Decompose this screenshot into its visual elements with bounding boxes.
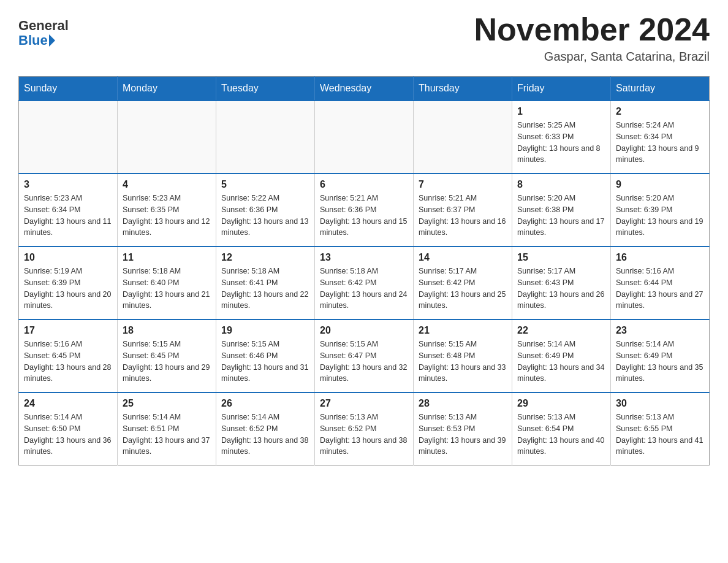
logo-arrow-icon	[49, 34, 55, 47]
calendar-cell	[118, 101, 216, 174]
calendar-cell	[315, 101, 414, 174]
header-day-friday: Friday	[512, 77, 611, 101]
day-number: 15	[517, 252, 605, 263]
day-info: Sunrise: 5:23 AMSunset: 6:34 PMDaylight:…	[24, 193, 112, 239]
page-header: General Blue November 2024 Gaspar, Santa…	[18, 12, 710, 64]
day-number: 13	[320, 252, 408, 263]
day-number: 12	[221, 252, 309, 263]
day-info: Sunrise: 5:16 AMSunset: 6:45 PMDaylight:…	[24, 339, 112, 385]
calendar-body: 1Sunrise: 5:25 AMSunset: 6:33 PMDaylight…	[19, 101, 710, 465]
calendar-cell: 7Sunrise: 5:21 AMSunset: 6:37 PMDaylight…	[414, 174, 512, 247]
day-number: 11	[123, 252, 211, 263]
day-number: 5	[221, 179, 309, 190]
calendar-cell: 19Sunrise: 5:15 AMSunset: 6:46 PMDayligh…	[216, 320, 315, 393]
calendar-table: SundayMondayTuesdayWednesdayThursdayFrid…	[18, 76, 710, 465]
calendar-cell: 22Sunrise: 5:14 AMSunset: 6:49 PMDayligh…	[512, 320, 611, 393]
calendar-cell: 20Sunrise: 5:15 AMSunset: 6:47 PMDayligh…	[315, 320, 414, 393]
calendar-cell: 26Sunrise: 5:14 AMSunset: 6:52 PMDayligh…	[216, 393, 315, 465]
day-info: Sunrise: 5:20 AMSunset: 6:38 PMDaylight:…	[517, 193, 605, 239]
day-number: 29	[517, 398, 605, 409]
calendar-cell: 28Sunrise: 5:13 AMSunset: 6:53 PMDayligh…	[414, 393, 512, 465]
day-number: 16	[616, 252, 704, 263]
calendar-cell: 4Sunrise: 5:23 AMSunset: 6:35 PMDaylight…	[118, 174, 216, 247]
day-info: Sunrise: 5:17 AMSunset: 6:43 PMDaylight:…	[517, 266, 605, 312]
day-info: Sunrise: 5:19 AMSunset: 6:39 PMDaylight:…	[24, 266, 112, 312]
day-number: 7	[419, 179, 507, 190]
day-number: 17	[24, 325, 112, 336]
calendar-cell: 21Sunrise: 5:15 AMSunset: 6:48 PMDayligh…	[414, 320, 512, 393]
day-number: 10	[24, 252, 112, 263]
calendar-cell: 6Sunrise: 5:21 AMSunset: 6:36 PMDaylight…	[315, 174, 414, 247]
day-number: 22	[517, 325, 605, 336]
location-subtitle: Gaspar, Santa Catarina, Brazil	[474, 50, 710, 64]
calendar-cell: 13Sunrise: 5:18 AMSunset: 6:42 PMDayligh…	[315, 247, 414, 320]
header-day-saturday: Saturday	[611, 77, 710, 101]
day-number: 27	[320, 398, 408, 409]
month-title: November 2024	[474, 12, 710, 47]
day-info: Sunrise: 5:15 AMSunset: 6:45 PMDaylight:…	[123, 339, 211, 385]
logo-general-text: General	[18, 18, 69, 33]
header-day-tuesday: Tuesday	[216, 77, 315, 101]
calendar-cell: 11Sunrise: 5:18 AMSunset: 6:40 PMDayligh…	[118, 247, 216, 320]
day-info: Sunrise: 5:18 AMSunset: 6:42 PMDaylight:…	[320, 266, 408, 312]
header-row: SundayMondayTuesdayWednesdayThursdayFrid…	[19, 77, 710, 101]
day-number: 25	[123, 398, 211, 409]
day-info: Sunrise: 5:18 AMSunset: 6:41 PMDaylight:…	[221, 266, 309, 312]
day-info: Sunrise: 5:24 AMSunset: 6:34 PMDaylight:…	[616, 120, 704, 166]
day-info: Sunrise: 5:16 AMSunset: 6:44 PMDaylight:…	[616, 266, 704, 312]
day-info: Sunrise: 5:14 AMSunset: 6:49 PMDaylight:…	[517, 339, 605, 385]
header-day-monday: Monday	[118, 77, 216, 101]
day-number: 2	[616, 106, 704, 117]
calendar-cell: 23Sunrise: 5:14 AMSunset: 6:49 PMDayligh…	[611, 320, 710, 393]
calendar-week-row: 10Sunrise: 5:19 AMSunset: 6:39 PMDayligh…	[19, 247, 710, 320]
calendar-cell: 15Sunrise: 5:17 AMSunset: 6:43 PMDayligh…	[512, 247, 611, 320]
calendar-week-row: 24Sunrise: 5:14 AMSunset: 6:50 PMDayligh…	[19, 393, 710, 465]
calendar-cell: 16Sunrise: 5:16 AMSunset: 6:44 PMDayligh…	[611, 247, 710, 320]
day-number: 3	[24, 179, 112, 190]
day-number: 4	[123, 179, 211, 190]
day-info: Sunrise: 5:13 AMSunset: 6:55 PMDaylight:…	[616, 412, 704, 458]
day-info: Sunrise: 5:14 AMSunset: 6:52 PMDaylight:…	[221, 412, 309, 458]
calendar-cell: 14Sunrise: 5:17 AMSunset: 6:42 PMDayligh…	[414, 247, 512, 320]
day-info: Sunrise: 5:15 AMSunset: 6:48 PMDaylight:…	[419, 339, 507, 385]
calendar-cell: 9Sunrise: 5:20 AMSunset: 6:39 PMDaylight…	[611, 174, 710, 247]
day-number: 20	[320, 325, 408, 336]
calendar-cell: 27Sunrise: 5:13 AMSunset: 6:52 PMDayligh…	[315, 393, 414, 465]
day-info: Sunrise: 5:13 AMSunset: 6:53 PMDaylight:…	[419, 412, 507, 458]
day-number: 8	[517, 179, 605, 190]
day-number: 6	[320, 179, 408, 190]
calendar-cell: 1Sunrise: 5:25 AMSunset: 6:33 PMDaylight…	[512, 101, 611, 174]
calendar-cell: 18Sunrise: 5:15 AMSunset: 6:45 PMDayligh…	[118, 320, 216, 393]
calendar-cell: 12Sunrise: 5:18 AMSunset: 6:41 PMDayligh…	[216, 247, 315, 320]
logo-blue-text: Blue	[18, 33, 48, 48]
calendar-week-row: 1Sunrise: 5:25 AMSunset: 6:33 PMDaylight…	[19, 101, 710, 174]
day-number: 9	[616, 179, 704, 190]
day-info: Sunrise: 5:14 AMSunset: 6:51 PMDaylight:…	[123, 412, 211, 458]
day-number: 1	[517, 106, 605, 117]
calendar-week-row: 17Sunrise: 5:16 AMSunset: 6:45 PMDayligh…	[19, 320, 710, 393]
calendar-header: SundayMondayTuesdayWednesdayThursdayFrid…	[19, 77, 710, 101]
calendar-cell: 8Sunrise: 5:20 AMSunset: 6:38 PMDaylight…	[512, 174, 611, 247]
calendar-cell: 2Sunrise: 5:24 AMSunset: 6:34 PMDaylight…	[611, 101, 710, 174]
calendar-cell: 30Sunrise: 5:13 AMSunset: 6:55 PMDayligh…	[611, 393, 710, 465]
header-day-thursday: Thursday	[414, 77, 512, 101]
day-info: Sunrise: 5:25 AMSunset: 6:33 PMDaylight:…	[517, 120, 605, 166]
day-info: Sunrise: 5:17 AMSunset: 6:42 PMDaylight:…	[419, 266, 507, 312]
day-info: Sunrise: 5:20 AMSunset: 6:39 PMDaylight:…	[616, 193, 704, 239]
calendar-cell: 5Sunrise: 5:22 AMSunset: 6:36 PMDaylight…	[216, 174, 315, 247]
header-day-sunday: Sunday	[19, 77, 118, 101]
calendar-cell: 29Sunrise: 5:13 AMSunset: 6:54 PMDayligh…	[512, 393, 611, 465]
calendar-cell: 25Sunrise: 5:14 AMSunset: 6:51 PMDayligh…	[118, 393, 216, 465]
day-info: Sunrise: 5:21 AMSunset: 6:36 PMDaylight:…	[320, 193, 408, 239]
day-number: 28	[419, 398, 507, 409]
day-info: Sunrise: 5:22 AMSunset: 6:36 PMDaylight:…	[221, 193, 309, 239]
calendar-cell: 24Sunrise: 5:14 AMSunset: 6:50 PMDayligh…	[19, 393, 118, 465]
calendar-cell	[216, 101, 315, 174]
calendar-cell: 3Sunrise: 5:23 AMSunset: 6:34 PMDaylight…	[19, 174, 118, 247]
calendar-cell	[414, 101, 512, 174]
day-info: Sunrise: 5:18 AMSunset: 6:40 PMDaylight:…	[123, 266, 211, 312]
calendar-cell: 17Sunrise: 5:16 AMSunset: 6:45 PMDayligh…	[19, 320, 118, 393]
day-info: Sunrise: 5:13 AMSunset: 6:54 PMDaylight:…	[517, 412, 605, 458]
day-number: 23	[616, 325, 704, 336]
day-info: Sunrise: 5:14 AMSunset: 6:50 PMDaylight:…	[24, 412, 112, 458]
